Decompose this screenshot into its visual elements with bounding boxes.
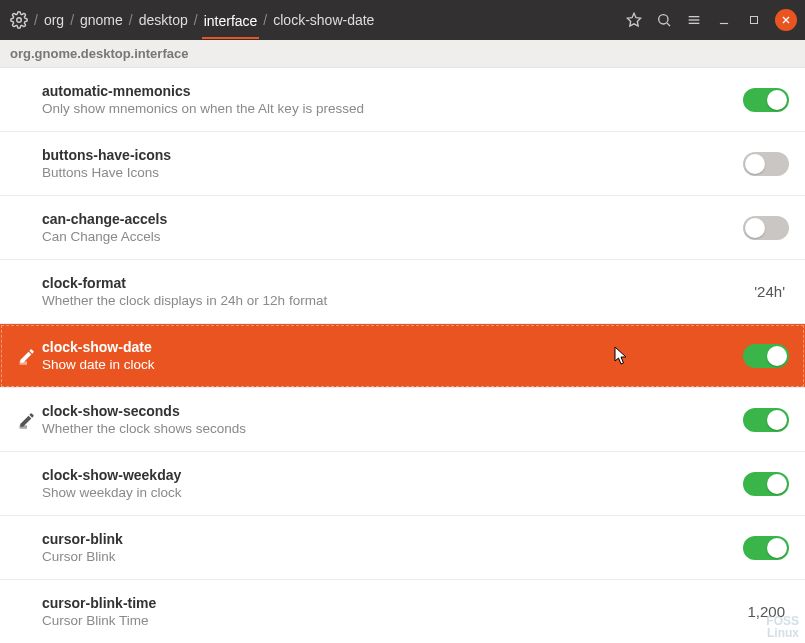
toggle-switch[interactable] bbox=[743, 216, 789, 240]
toggle-switch[interactable] bbox=[743, 472, 789, 496]
breadcrumb-item[interactable]: org bbox=[42, 10, 66, 30]
toggle-switch[interactable] bbox=[743, 536, 789, 560]
setting-key: clock-show-weekday bbox=[42, 467, 743, 483]
toggle-switch[interactable] bbox=[743, 408, 789, 432]
svg-point-2 bbox=[659, 15, 668, 24]
setting-row-clock-show-date[interactable]: clock-show-dateShow date in clock bbox=[0, 324, 805, 388]
breadcrumb: /org/gnome/desktop/interface/clock-show-… bbox=[34, 10, 619, 30]
setting-key: can-change-accels bbox=[42, 211, 743, 227]
setting-text: cursor-blink-timeCursor Blink Time bbox=[42, 595, 747, 628]
breadcrumb-separator: / bbox=[70, 12, 74, 28]
edit-icon bbox=[16, 347, 38, 365]
setting-text: clock-formatWhether the clock displays i… bbox=[42, 275, 754, 308]
app-icon bbox=[8, 9, 30, 31]
search-button[interactable] bbox=[649, 5, 679, 35]
setting-text: clock-show-secondsWhether the clock show… bbox=[42, 403, 743, 436]
toggle-knob bbox=[767, 346, 787, 366]
setting-value: '24h' bbox=[754, 283, 789, 300]
setting-text: cursor-blinkCursor Blink bbox=[42, 531, 743, 564]
toggle-switch[interactable] bbox=[743, 344, 789, 368]
setting-description: Cursor Blink bbox=[42, 549, 743, 564]
setting-row-clock-show-weekday[interactable]: clock-show-weekdayShow weekday in clock bbox=[0, 452, 805, 516]
toggle-knob bbox=[745, 154, 765, 174]
setting-value: 1,200 bbox=[747, 603, 789, 620]
toggle-knob bbox=[745, 218, 765, 238]
setting-description: Cursor Blink Time bbox=[42, 613, 747, 628]
setting-description: Show date in clock bbox=[42, 357, 743, 372]
svg-rect-22 bbox=[20, 427, 28, 428]
setting-text: buttons-have-iconsButtons Have Icons bbox=[42, 147, 743, 180]
header-bar: /org/gnome/desktop/interface/clock-show-… bbox=[0, 0, 805, 40]
breadcrumb-item[interactable]: clock-show-date bbox=[271, 10, 376, 30]
toggle-knob bbox=[767, 90, 787, 110]
setting-key: cursor-blink-time bbox=[42, 595, 747, 611]
setting-text: clock-show-weekdayShow weekday in clock bbox=[42, 467, 743, 500]
settings-list: automatic-mnemonicsOnly show mnemonics o… bbox=[0, 68, 805, 643]
svg-line-3 bbox=[667, 23, 670, 26]
setting-description: Buttons Have Icons bbox=[42, 165, 743, 180]
toggle-switch[interactable] bbox=[743, 88, 789, 112]
setting-key: automatic-mnemonics bbox=[42, 83, 743, 99]
setting-description: Show weekday in clock bbox=[42, 485, 743, 500]
setting-row-clock-show-seconds[interactable]: clock-show-secondsWhether the clock show… bbox=[0, 388, 805, 452]
breadcrumb-separator: / bbox=[34, 12, 38, 28]
svg-rect-20 bbox=[20, 363, 28, 364]
setting-text: can-change-accelsCan Change Accels bbox=[42, 211, 743, 244]
toggle-knob bbox=[767, 474, 787, 494]
edit-icon bbox=[16, 411, 38, 429]
svg-rect-19 bbox=[20, 361, 28, 362]
setting-row-automatic-mnemonics[interactable]: automatic-mnemonicsOnly show mnemonics o… bbox=[0, 68, 805, 132]
setting-key: clock-show-seconds bbox=[42, 403, 743, 419]
setting-text: clock-show-dateShow date in clock bbox=[42, 339, 743, 372]
setting-key: buttons-have-icons bbox=[42, 147, 743, 163]
setting-key: cursor-blink bbox=[42, 531, 743, 547]
bookmark-button[interactable] bbox=[619, 5, 649, 35]
setting-row-buttons-have-icons[interactable]: buttons-have-iconsButtons Have Icons bbox=[0, 132, 805, 196]
close-button[interactable] bbox=[775, 9, 797, 31]
setting-row-cursor-blink[interactable]: cursor-blinkCursor Blink bbox=[0, 516, 805, 580]
setting-row-cursor-blink-time[interactable]: cursor-blink-timeCursor Blink Time1,200 bbox=[0, 580, 805, 643]
breadcrumb-separator: / bbox=[263, 12, 267, 28]
svg-point-0 bbox=[17, 18, 22, 23]
breadcrumb-separator: / bbox=[194, 12, 198, 28]
setting-description: Only show mnemonics on when the Alt key … bbox=[42, 101, 743, 116]
breadcrumb-item[interactable]: desktop bbox=[137, 10, 190, 30]
setting-row-can-change-accels[interactable]: can-change-accelsCan Change Accels bbox=[0, 196, 805, 260]
toggle-switch[interactable] bbox=[743, 152, 789, 176]
breadcrumb-separator: / bbox=[129, 12, 133, 28]
menu-button[interactable] bbox=[679, 5, 709, 35]
setting-text: automatic-mnemonicsOnly show mnemonics o… bbox=[42, 83, 743, 116]
toggle-knob bbox=[767, 410, 787, 430]
toggle-knob bbox=[767, 538, 787, 558]
schema-path: org.gnome.desktop.interface bbox=[0, 40, 805, 68]
breadcrumb-item[interactable]: interface bbox=[202, 11, 260, 39]
svg-rect-21 bbox=[20, 425, 28, 426]
setting-key: clock-format bbox=[42, 275, 754, 291]
maximize-button[interactable] bbox=[739, 5, 769, 35]
breadcrumb-item[interactable]: gnome bbox=[78, 10, 125, 30]
setting-key: clock-show-date bbox=[42, 339, 743, 355]
svg-rect-8 bbox=[751, 17, 758, 24]
setting-row-clock-format[interactable]: clock-formatWhether the clock displays i… bbox=[0, 260, 805, 324]
setting-description: Whether the clock shows seconds bbox=[42, 421, 743, 436]
minimize-button[interactable] bbox=[709, 5, 739, 35]
setting-description: Can Change Accels bbox=[42, 229, 743, 244]
setting-description: Whether the clock displays in 24h or 12h… bbox=[42, 293, 754, 308]
svg-marker-1 bbox=[627, 13, 640, 26]
